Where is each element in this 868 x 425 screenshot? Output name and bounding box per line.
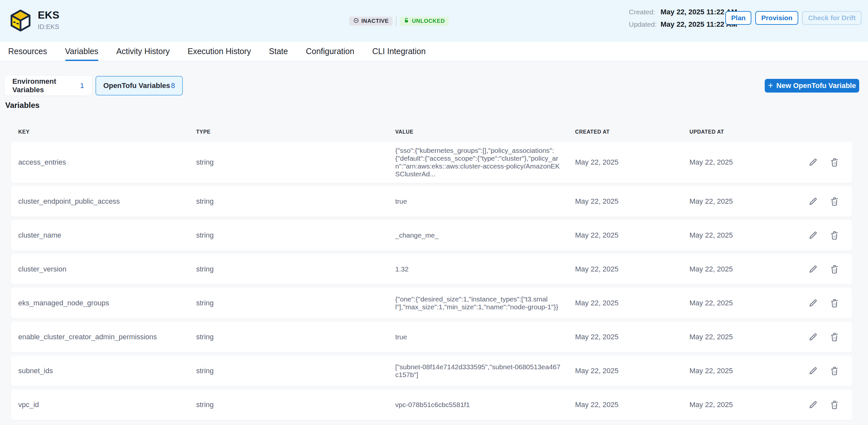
variable-created-at: May 22, 2025 [575, 367, 689, 375]
variable-created-at: May 22, 2025 [575, 197, 689, 206]
edit-pencil-icon[interactable] [808, 157, 818, 167]
subtab-environment-count: 1 [80, 82, 84, 90]
variable-value: {"one":{"desired_size":1,"instance_types… [395, 295, 568, 311]
delete-trash-icon[interactable] [830, 196, 839, 206]
provision-button[interactable]: Provision [755, 11, 798, 25]
variable-created-at: May 22, 2025 [575, 265, 689, 273]
variable-updated-at: May 22, 2025 [689, 333, 796, 341]
variable-type: string [196, 367, 395, 375]
tab-state[interactable]: State [269, 42, 288, 61]
variable-key: cluster_version [18, 265, 196, 273]
column-header-key: KEY [18, 129, 196, 135]
variable-updated-at: May 22, 2025 [689, 367, 796, 375]
delete-trash-icon[interactable] [830, 157, 839, 167]
unlock-icon [404, 18, 409, 25]
column-header-type: TYPE [196, 129, 395, 135]
status-badge-label: INACTIVE [361, 18, 389, 25]
variable-value: vpc-078b51c6cbc5581f1 [395, 401, 568, 409]
plan-button[interactable]: Plan [725, 11, 751, 25]
variable-type: string [196, 158, 395, 166]
delete-trash-icon[interactable] [830, 366, 839, 376]
variable-key: cluster_endpoint_public_access [18, 197, 196, 206]
table-row: cluster_version string 1.32 May 22, 2025… [11, 254, 852, 284]
variable-updated-at: May 22, 2025 [689, 197, 796, 206]
variable-key: access_entries [18, 158, 196, 166]
tab-execution-history[interactable]: Execution History [188, 42, 251, 61]
tab-activity-history[interactable]: Activity History [116, 42, 170, 61]
updated-label: Updated: [629, 21, 656, 28]
variables-content: Environment Variables 1 OpenTofu Variabl… [0, 61, 868, 420]
subtab-opentofu-variables[interactable]: OpenTofu Variables 8 [95, 76, 183, 95]
variable-type: string [196, 400, 395, 409]
subtab-opentofu-count: 8 [171, 82, 175, 90]
variable-value: true [395, 198, 568, 205]
edit-pencil-icon[interactable] [808, 264, 818, 274]
edit-pencil-icon[interactable] [808, 231, 818, 240]
edit-pencil-icon[interactable] [808, 400, 818, 410]
variable-value: 1.32 [395, 265, 568, 273]
new-opentofu-variable-label: New OpenTofu Variable [776, 82, 856, 90]
variable-value: true [395, 333, 568, 341]
check-for-drift-button[interactable]: Check for Drift [802, 11, 862, 25]
lock-badge-label: UNLOCKED [412, 18, 445, 25]
delete-trash-icon[interactable] [830, 332, 839, 342]
variable-updated-at: May 22, 2025 [689, 299, 796, 307]
delete-trash-icon[interactable] [830, 231, 839, 240]
variable-key: vpc_id [18, 400, 196, 409]
new-opentofu-variable-button[interactable]: + New OpenTofu Variable [765, 79, 859, 93]
delete-trash-icon[interactable] [830, 264, 839, 274]
subtab-opentofu-label: OpenTofu Variables [103, 82, 170, 90]
variable-updated-at: May 22, 2025 [689, 400, 796, 409]
variable-created-at: May 22, 2025 [575, 299, 689, 307]
variables-table-body: access_entries string {"sso":{"kubernete… [11, 142, 852, 420]
table-row: eks_managed_node_groups string {"one":{"… [11, 288, 852, 318]
badge-divider [396, 16, 397, 26]
variable-created-at: May 22, 2025 [575, 400, 689, 409]
tab-cli-integration[interactable]: CLI Integration [372, 42, 426, 61]
minus-circle-icon [353, 18, 359, 25]
column-header-updated-at: UPDATED AT [689, 129, 796, 135]
variable-type: string [196, 197, 395, 206]
variable-key: eks_managed_node_groups [18, 299, 196, 307]
column-header-created-at: CREATED AT [575, 129, 689, 135]
table-row: access_entries string {"sso":{"kubernete… [11, 142, 852, 183]
delete-trash-icon[interactable] [830, 298, 839, 308]
variable-key: cluster_name [18, 231, 196, 240]
edit-pencil-icon[interactable] [808, 298, 818, 308]
tab-configuration[interactable]: Configuration [306, 42, 354, 61]
edit-pencil-icon[interactable] [808, 196, 818, 206]
variable-type: string [196, 299, 395, 307]
page-subtitle: ID:EKS [38, 23, 59, 31]
variable-key: subnet_ids [18, 367, 196, 375]
variable-created-at: May 22, 2025 [575, 333, 689, 341]
lock-badge: UNLOCKED [400, 17, 449, 26]
tab-resources[interactable]: Resources [8, 42, 47, 61]
column-header-value: VALUE [395, 129, 575, 135]
edit-pencil-icon[interactable] [808, 366, 818, 376]
status-badge: INACTIVE [349, 17, 393, 26]
subtab-environment-label: Environment Variables [12, 77, 80, 94]
variable-updated-at: May 22, 2025 [689, 265, 796, 273]
variable-created-at: May 22, 2025 [575, 158, 689, 166]
page-header: EKS ID:EKS INACTIVE [0, 0, 868, 42]
variable-updated-at: May 22, 2025 [689, 231, 796, 240]
variable-type: string [196, 231, 395, 240]
workspace-page: EKS ID:EKS INACTIVE [0, 0, 868, 425]
tab-bar: ResourcesVariablesActivity HistoryExecut… [0, 42, 868, 61]
spacer [183, 76, 765, 95]
plus-icon: + [768, 81, 773, 90]
variable-key: enable_cluster_creator_admin_permissions [18, 333, 196, 341]
page-title: EKS [38, 9, 59, 21]
subtab-environment-variables[interactable]: Environment Variables 1 [5, 76, 92, 95]
delete-trash-icon[interactable] [830, 400, 839, 410]
timestamps: Created: May 22, 2025 11:22 AM Updated: … [629, 8, 737, 29]
table-row: enable_cluster_creator_admin_permissions… [11, 322, 852, 352]
variable-value: ["subnet-08f14e7142d333595","subnet-0680… [395, 363, 568, 379]
section-title: Variables [5, 101, 859, 110]
variable-updated-at: May 22, 2025 [689, 158, 796, 166]
created-label: Created: [629, 8, 656, 16]
tab-variables[interactable]: Variables [65, 42, 98, 61]
variable-type: string [196, 333, 395, 341]
table-header-row: KEYTYPEVALUECREATED ATUPDATED AT [11, 125, 852, 139]
edit-pencil-icon[interactable] [808, 332, 818, 342]
